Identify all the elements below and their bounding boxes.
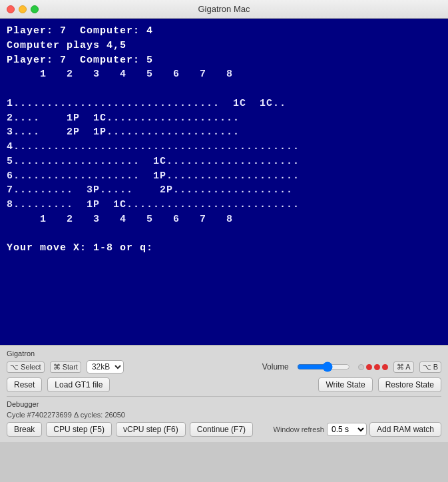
write-state-button[interactable]: Write State bbox=[318, 377, 372, 392]
load-gt1-button[interactable]: Load GT1 file bbox=[47, 377, 110, 392]
cycle-info: Cycle #7402273699 Δ cycles: 26050 bbox=[7, 411, 441, 419]
debugger-section: Debugger Cycle #7402273699 Δ cycles: 260… bbox=[7, 396, 441, 442]
volume-dots bbox=[358, 364, 388, 370]
window-refresh-group: Window refresh 0.5 s 1 s 2 s Add RAM wat… bbox=[274, 422, 441, 437]
screen-line-3: Player: 7 Computer: 5 bbox=[7, 53, 441, 68]
gigatron-buttons-row: Reset Load GT1 file Write State Restore … bbox=[7, 377, 441, 392]
window-refresh-label: Window refresh bbox=[274, 425, 324, 433]
right-buttons: Write State Restore State bbox=[318, 377, 441, 392]
maximize-button[interactable] bbox=[31, 5, 39, 13]
volume-slider[interactable] bbox=[297, 362, 350, 372]
close-button[interactable] bbox=[7, 5, 15, 13]
start-control: ⌘ Start bbox=[50, 362, 81, 373]
title-bar: Gigatron Mac bbox=[0, 0, 448, 19]
volume-dot-4 bbox=[382, 364, 388, 370]
window-refresh-select[interactable]: 0.5 s 1 s 2 s bbox=[327, 423, 367, 436]
screen-line-16: Your move X: 1-8 or q: bbox=[7, 241, 441, 256]
gigatron-label: Gigatron bbox=[7, 350, 441, 358]
start-key: ⌘ Start bbox=[50, 362, 81, 373]
memory-select[interactable]: 32kB 64kB bbox=[87, 360, 124, 373]
screen-line-12: 7......... 3P..... 2P.................. bbox=[7, 183, 441, 198]
screen-line-14: 1 2 3 4 5 6 7 8 bbox=[7, 212, 441, 227]
screen-display: Player: 7 Computer: 4 Computer plays 4,5… bbox=[0, 19, 448, 345]
continue-button[interactable]: Continue (F7) bbox=[190, 422, 253, 437]
break-button[interactable]: Break bbox=[7, 422, 42, 437]
add-ram-watch-button[interactable]: Add RAM watch bbox=[369, 422, 441, 437]
screen-line-6: 1............................... 1C 1C.. bbox=[7, 97, 441, 111]
screen-line-2: Computer plays 4,5 bbox=[7, 39, 441, 53]
select-key: ⌥ Select bbox=[7, 362, 45, 373]
cpu-step-button[interactable]: CPU step (F5) bbox=[46, 422, 112, 437]
minimize-button[interactable] bbox=[19, 5, 27, 13]
screen-line-10: 5................... 1C.................… bbox=[7, 154, 441, 169]
volume-dot-3 bbox=[374, 364, 380, 370]
screen-line-15 bbox=[7, 227, 441, 242]
traffic-lights bbox=[7, 5, 39, 13]
screen-line-1: Player: 7 Computer: 4 bbox=[7, 24, 441, 39]
select-control: ⌥ Select bbox=[7, 362, 45, 373]
opt-b-key: ⌥ B bbox=[419, 362, 441, 373]
bottom-panel: Gigatron ⌥ Select ⌘ Start 32kB 64kB Volu… bbox=[0, 345, 448, 442]
screen-line-11: 6................... 1P.................… bbox=[7, 169, 441, 184]
reset-button[interactable]: Reset bbox=[7, 377, 42, 392]
debugger-label: Debugger bbox=[7, 400, 441, 408]
volume-dot-2 bbox=[366, 364, 372, 370]
screen-line-13: 8......... 1P 1C........................… bbox=[7, 198, 441, 212]
vcpu-step-button[interactable]: vCPU step (F6) bbox=[116, 422, 186, 437]
screen-line-9: 4.......................................… bbox=[7, 140, 441, 154]
controls-row: ⌥ Select ⌘ Start 32kB 64kB Volume ⌘ A ⌥ … bbox=[7, 360, 441, 373]
screen-line-4: 1 2 3 4 5 6 7 8 bbox=[7, 67, 441, 82]
screen-line-7: 2.... 1P 1C.................... bbox=[7, 111, 441, 126]
window-title: Gigatron Mac bbox=[198, 4, 250, 14]
volume-dot-1 bbox=[358, 364, 364, 370]
screen-line-8: 3.... 2P 1P.................... bbox=[7, 125, 441, 140]
debug-buttons-row: Break CPU step (F5) vCPU step (F6) Conti… bbox=[7, 422, 441, 437]
cmd-a-key: ⌘ A bbox=[393, 362, 414, 373]
volume-label: Volume bbox=[262, 362, 289, 371]
restore-state-button[interactable]: Restore State bbox=[378, 377, 441, 392]
screen-line-5 bbox=[7, 82, 441, 97]
